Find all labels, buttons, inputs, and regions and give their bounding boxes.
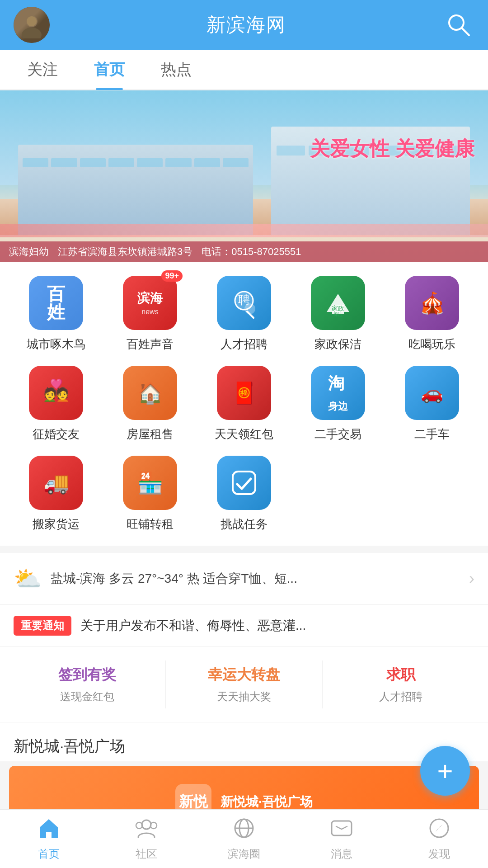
app-icon-wangpu: 🏪 (123, 456, 177, 510)
svg-point-15 (142, 820, 151, 829)
section-title-bar: 新悦城·吾悦广场 (0, 722, 488, 761)
notice-badge: 重要通知 (14, 616, 71, 636)
app-icon-ershow: 🚗 (405, 366, 459, 420)
banner-phone: 电话：0515-87025551 (202, 245, 301, 259)
promo-sub-3: 人才招聘 (379, 689, 422, 704)
svg-point-8 (244, 303, 255, 314)
promo-section: 签到有奖 送现金红包 幸运大转盘 天天抽大奖 求职 人才招聘 (0, 647, 488, 722)
app-zhipin[interactable]: 聘 人才招聘 (197, 276, 291, 352)
app-wangpu[interactable]: 🏪 旺铺转租 (103, 456, 197, 532)
app-fangwu[interactable]: 🏠 房屋租售 (103, 366, 197, 442)
app-icon-tianzhan (217, 456, 271, 510)
app-chihewanle[interactable]: 🎪 吃喝玩乐 (385, 276, 479, 352)
circle-icon (232, 816, 256, 843)
app-citywoodpecker[interactable]: 百姓 城市啄木鸟 (9, 276, 103, 352)
promo-title-2: 幸运大转盘 (208, 665, 280, 685)
tab-hot[interactable]: 热点 (143, 49, 210, 90)
nav-discover[interactable]: 发现 (390, 810, 488, 868)
nav-label-community: 社区 (136, 847, 157, 861)
tab-home[interactable]: 首页 (76, 49, 143, 90)
app-label-baixin: 城市啄木鸟 (27, 336, 85, 352)
app-jiazhen[interactable]: 家政 保洁 家政保洁 (291, 276, 385, 352)
app-label-fangwu: 房屋租售 (127, 426, 174, 442)
message-icon (330, 816, 353, 843)
nav-label-home: 首页 (38, 847, 60, 861)
user-avatar (14, 7, 50, 43)
discover-icon (427, 816, 451, 843)
promo-sub-1: 送现金红包 (60, 689, 114, 704)
app-label-taobao: 二手交易 (314, 426, 361, 442)
app-taobao[interactable]: 淘身边 二手交易 (291, 366, 385, 442)
svg-rect-14 (233, 472, 255, 494)
app-icon-taobao: 淘身边 (311, 366, 365, 420)
tab-follow[interactable]: 关注 (9, 49, 76, 90)
app-title: 新滨海网 (206, 12, 286, 38)
app-icon-news: 99+ 滨海 news (123, 276, 177, 330)
notice-bar[interactable]: 重要通知 关于用户发布不和谐、侮辱性、恶意灌... (0, 605, 488, 647)
section-title: 新悦城·吾悦广场 (14, 737, 125, 755)
app-icon-baixin: 百姓 (29, 276, 83, 330)
fab-button[interactable]: + (420, 746, 470, 796)
app-grid: 百姓 城市啄木鸟 99+ 滨海 news 百姓声音 (9, 276, 479, 532)
app-label-hunyin: 征婚交友 (33, 426, 80, 442)
nav-message[interactable]: 消息 (293, 810, 390, 868)
weather-arrow-icon: › (469, 569, 474, 588)
svg-text:💑: 💑 (43, 378, 70, 403)
app-icon-hunyin: 💑 (29, 366, 83, 420)
weather-icon: ⛅ (14, 566, 42, 592)
app-ershow[interactable]: 🚗 二手车 (385, 366, 479, 442)
notice-text: 关于用户发布不和谐、侮辱性、恶意灌... (80, 617, 474, 634)
app-hunyin[interactable]: 💑 征婚交友 (9, 366, 103, 442)
avatar[interactable] (14, 7, 50, 43)
app-hongbao[interactable]: 🧧 天天领红包 (197, 366, 291, 442)
weather-bar[interactable]: ⛅ 盐城-滨海 多云 27°~34° 热 适合穿T恤、短... › (0, 553, 488, 605)
promo-job[interactable]: 求职 人才招聘 (323, 660, 479, 708)
svg-point-1 (22, 28, 42, 38)
svg-line-4 (462, 28, 469, 35)
banner-address: 江苏省滨海县东坎镇港城路3号 (58, 245, 192, 259)
app-label-banjia: 搬家货运 (33, 516, 80, 532)
promo-sub-2: 天天抽大奖 (217, 689, 271, 704)
app-label-zhipin: 人才招聘 (221, 336, 267, 352)
search-button[interactable] (443, 9, 474, 41)
app-label-chihewanle: 吃喝玩乐 (408, 336, 455, 352)
banner[interactable]: ❤ 滨海县妇幼保健院 BINHAIXIN FUYOU BAOJIAN YUAN (0, 90, 488, 262)
app-icon-zhipin: 聘 (217, 276, 271, 330)
banner-slogan: 关爱女性 关爱健康 (310, 136, 474, 162)
promo-roulette[interactable]: 幸运大转盘 天天抽大奖 (166, 660, 323, 708)
app-badge-news: 99+ (161, 270, 183, 282)
app-label-news: 百姓声音 (127, 336, 174, 352)
app-banjia[interactable]: 🚚 搬家货运 (9, 456, 103, 532)
svg-rect-21 (332, 821, 352, 835)
app-icon-jiazhen: 家政 保洁 (311, 276, 365, 330)
header: 新滨海网 (0, 0, 488, 50)
home-icon (37, 816, 61, 843)
svg-point-22 (430, 819, 448, 837)
app-label-wangpu: 旺铺转租 (127, 516, 174, 532)
promo-checkin[interactable]: 签到有奖 送现金红包 (9, 660, 166, 708)
banner-left-text: 滨海妇幼 (9, 245, 49, 259)
app-icon-chihewanle: 🎪 (405, 276, 459, 330)
app-icon-banjia: 🚚 (29, 456, 83, 510)
app-icon-hongbao: 🧧 (217, 366, 271, 420)
nav-label-message: 消息 (331, 847, 352, 861)
nav-label-discover: 发现 (428, 847, 450, 861)
nav-community[interactable]: 社区 (98, 810, 195, 868)
nav-circle[interactable]: 滨海圈 (195, 810, 293, 868)
weather-text: 盐城-滨海 多云 27°~34° 热 适合穿T恤、短... (51, 570, 460, 587)
nav-home[interactable]: 首页 (0, 810, 98, 868)
app-tianzhan[interactable]: 挑战任务 (197, 456, 291, 532)
bottom-nav: 首页 社区 滨海圈 消息 (0, 809, 488, 868)
svg-text:保洁: 保洁 (333, 312, 343, 317)
app-grid-section: 百姓 城市啄木鸟 99+ 滨海 news 百姓声音 (0, 262, 488, 546)
app-label-ershow: 二手车 (414, 426, 450, 442)
app-label-hongbao: 天天领红包 (215, 426, 273, 442)
promo-title-1: 签到有奖 (58, 665, 116, 685)
app-baixingvoice[interactable]: 99+ 滨海 news 百姓声音 (103, 276, 197, 352)
promo-title-3: 求职 (386, 665, 415, 685)
banner-info: 滨海妇幼 江苏省滨海县东坎镇港城路3号 电话：0515-87025551 (0, 241, 488, 262)
community-icon (135, 816, 158, 843)
tab-bar: 关注 首页 热点 (0, 50, 488, 90)
app-icon-fangwu: 🏠 (123, 366, 177, 420)
svg-point-2 (27, 16, 37, 26)
